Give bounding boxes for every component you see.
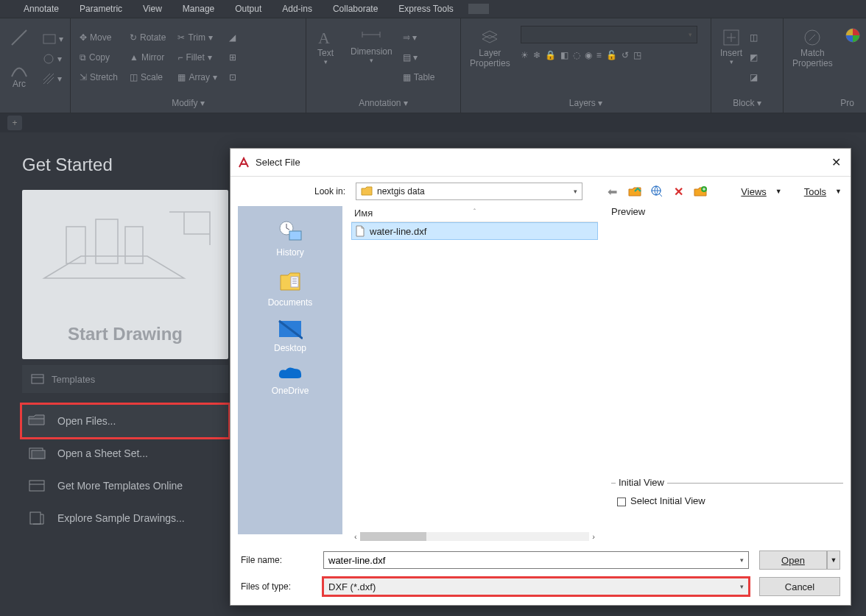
array-tool[interactable]: ▦ Array ▾	[177, 68, 217, 86]
dimension-tool[interactable]: Dimension ▾	[351, 27, 392, 64]
hscroll-left[interactable]: ‹	[354, 532, 357, 541]
layer-match-tool[interactable]: ≡	[596, 46, 602, 64]
svg-rect-0	[43, 35, 55, 43]
arc-label: Arc	[13, 79, 26, 89]
file-type-dropdown[interactable]: DXF (*.dxf) ▾	[323, 578, 749, 595]
place-documents[interactable]: Documents	[238, 265, 342, 312]
move-tool[interactable]: ✥ Move	[80, 29, 118, 46]
svg-rect-13	[29, 481, 44, 491]
file-name-input[interactable]	[324, 552, 736, 568]
text-tool[interactable]: A Text ▾	[315, 27, 336, 66]
layer-lock-tool[interactable]: 🔒	[545, 46, 556, 64]
menu-manage[interactable]: Manage	[172, 1, 225, 17]
trim-tool[interactable]: ✂ Trim ▾	[177, 29, 217, 46]
search-web-icon[interactable]	[649, 183, 665, 199]
place-desktop[interactable]: Desktop	[238, 315, 342, 358]
explore-samples-button[interactable]: Explore Sample Drawings...	[22, 502, 228, 534]
places-bar: History Documents Desktop OneDrive	[238, 206, 342, 534]
start-drawing-card[interactable]: Start Drawing	[22, 190, 228, 359]
block-attr-icon[interactable]: ◪	[750, 68, 758, 86]
layer-color-tool[interactable]: ◧	[560, 46, 568, 64]
stretch-tool[interactable]: ⇲ Stretch	[80, 68, 118, 86]
table-tool[interactable]: ▦ Table	[403, 68, 435, 86]
circle-tool[interactable]: ▾	[43, 50, 63, 68]
annotation-panel-label[interactable]: Annotation ▾	[306, 93, 460, 113]
layer-freeze-tool[interactable]: ❄	[533, 46, 541, 64]
templates-dropdown[interactable]: Templates	[22, 365, 228, 393]
hatch-tool[interactable]: ▾	[43, 70, 63, 88]
look-in-folder-dropdown[interactable]: nextgis data ▾	[356, 183, 582, 200]
layer-properties-tool[interactable]: Layer Properties	[470, 27, 510, 68]
menu-annotate[interactable]: Annotate	[13, 1, 69, 17]
color-wheel-icon[interactable]	[840, 26, 865, 70]
svg-rect-12	[32, 450, 45, 459]
block-create-icon[interactable]: ◫	[750, 29, 758, 46]
svg-rect-7	[96, 219, 118, 263]
line-icon[interactable]	[9, 27, 29, 48]
up-folder-icon[interactable]	[627, 183, 643, 199]
select-initial-view-checkbox[interactable]: Select Initial View	[617, 495, 705, 506]
open-button[interactable]: Open	[759, 550, 827, 570]
back-icon[interactable]: ⬅	[605, 183, 621, 199]
mirror-tool[interactable]: ▲ Mirror	[130, 49, 166, 66]
cancel-button[interactable]: Cancel	[759, 577, 840, 596]
leader-tool[interactable]: ⥤ ▾	[403, 29, 435, 46]
insert-tool[interactable]: Insert ▾	[720, 27, 742, 66]
layer-off-tool[interactable]: ◌	[573, 46, 580, 64]
rotate-tool[interactable]: ↻ Rotate	[130, 29, 166, 46]
mtext-tool[interactable]: ▤ ▾	[403, 49, 435, 66]
column-name-header[interactable]: Имя	[351, 208, 373, 222]
menu-parametric[interactable]: Parametric	[69, 1, 133, 17]
get-more-templates-button[interactable]: Get More Templates Online	[22, 470, 228, 502]
layer-state-tool[interactable]: ◳	[633, 46, 641, 64]
views-menu[interactable]: Views	[738, 186, 769, 197]
delete-icon[interactable]: ✕	[671, 183, 687, 199]
array-icon: ▦	[177, 72, 186, 82]
hscroll-track[interactable]	[360, 532, 590, 541]
layers-panel-label[interactable]: Layers ▾	[461, 93, 711, 113]
menu-express-tools[interactable]: Express Tools	[388, 1, 463, 17]
file-row-selected[interactable]: water-line.dxf	[351, 222, 598, 240]
tool-a[interactable]: ◢	[229, 29, 236, 46]
tools-menu[interactable]: Tools	[801, 186, 829, 197]
fillet-tool[interactable]: ⌐ Fillet ▾	[177, 49, 217, 66]
layer-on-tool[interactable]: ◉	[585, 46, 592, 64]
arc-icon[interactable]	[10, 63, 29, 79]
rect-tool[interactable]: ▾	[43, 30, 63, 48]
file-type-label: Files of type:	[241, 581, 313, 592]
new-folder-icon[interactable]	[693, 183, 709, 199]
layer-iso-tool[interactable]: ☀	[521, 46, 529, 64]
close-icon[interactable]: ✕	[828, 155, 843, 169]
open-button-dropdown[interactable]: ▼	[827, 550, 840, 570]
block-edit-icon[interactable]: ◩	[750, 49, 758, 66]
menubar-extra-icon[interactable]	[468, 4, 489, 14]
documents-icon	[278, 269, 303, 294]
tool-c[interactable]: ⊡	[229, 68, 236, 86]
scale-tool[interactable]: ◫ Scale	[130, 68, 166, 86]
open-files-button[interactable]: Open Files...	[22, 405, 228, 437]
layer-unlock-tool[interactable]: 🔓	[606, 46, 617, 64]
menu-collaborate[interactable]: Collaborate	[323, 1, 388, 17]
open-sheet-set-button[interactable]: Open a Sheet Set...	[22, 437, 228, 470]
move-icon: ✥	[80, 32, 87, 43]
menu-output[interactable]: Output	[225, 1, 272, 17]
new-tab-button[interactable]: +	[7, 116, 22, 130]
menu-view[interactable]: View	[133, 1, 172, 17]
menu-addins[interactable]: Add-ins	[272, 1, 323, 17]
sheetset-icon	[27, 446, 47, 461]
templates-online-icon	[27, 478, 47, 493]
drawing-illustration	[37, 205, 214, 308]
tool-b[interactable]: ⊞	[229, 49, 236, 66]
modify-panel-label[interactable]: Modify ▾	[71, 93, 306, 113]
place-history[interactable]: History	[238, 215, 342, 262]
layer-prev-tool[interactable]: ↺	[622, 46, 629, 64]
copy-tool[interactable]: ⧉ Copy	[80, 49, 118, 66]
props-panel-label: Pro	[784, 93, 857, 113]
history-icon	[278, 219, 303, 244]
initial-view-legend: Initial View	[616, 477, 667, 488]
match-properties-tool[interactable]: Match Properties	[792, 27, 833, 68]
layer-current-combo[interactable]: ▾	[521, 26, 697, 43]
block-panel-label[interactable]: Block ▾	[711, 93, 783, 113]
place-onedrive[interactable]: OneDrive	[238, 361, 342, 400]
hscroll-right[interactable]: ›	[592, 532, 595, 541]
